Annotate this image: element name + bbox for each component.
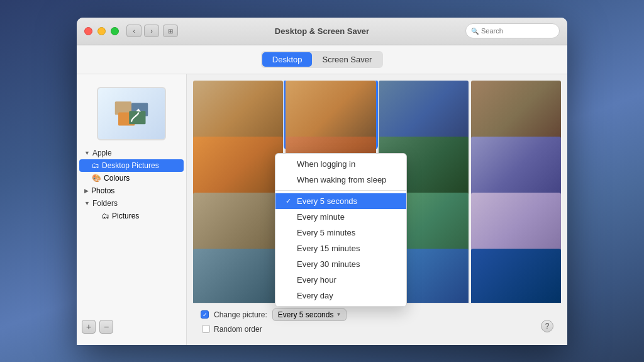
dropdown-item-label: Every 5 seconds bbox=[297, 196, 357, 206]
tab-screensaver[interactable]: Screen Saver bbox=[312, 52, 382, 67]
tab-desktop[interactable]: Desktop bbox=[262, 52, 313, 67]
svg-rect-3 bbox=[129, 111, 145, 124]
table-row[interactable] bbox=[471, 249, 561, 302]
random-order-row: Random order bbox=[201, 325, 553, 334]
dropdown-item-waking[interactable]: When waking from sleep bbox=[275, 172, 406, 188]
desktop-pictures-icon: 🗂 bbox=[92, 161, 99, 170]
dropdown-item-1min[interactable]: Every minute bbox=[275, 209, 406, 225]
sidebar-item-desktop-pictures[interactable]: 🗂 Desktop Pictures bbox=[79, 159, 184, 172]
tab-group: Desktop Screen Saver bbox=[261, 51, 383, 68]
desktop-pictures-label: Desktop Pictures bbox=[102, 161, 159, 170]
back-button[interactable]: ‹ bbox=[126, 25, 142, 37]
sidebar-tree: ▼ Apple 🗂 Desktop Pictures 🎨 Colours ▶ P… bbox=[77, 147, 186, 315]
main-window: ‹ › ⊞ Desktop & Screen Saver 🔍 Desktop S… bbox=[77, 18, 567, 345]
add-source-button[interactable]: + bbox=[82, 320, 96, 334]
dropdown-section-1: When logging in When waking from sleep bbox=[275, 154, 406, 191]
dropdown-item-5min[interactable]: Every 5 minutes bbox=[275, 225, 406, 240]
grid-button[interactable]: ⊞ bbox=[163, 25, 178, 37]
window-title: Desktop & Screen Saver bbox=[275, 26, 369, 36]
photos-label: Photos bbox=[91, 186, 114, 195]
colours-label: Colours bbox=[104, 174, 130, 183]
apple-arrow: ▼ bbox=[84, 150, 90, 156]
remove-source-button[interactable]: − bbox=[99, 320, 113, 334]
dropdown-item-label: Every 5 minutes bbox=[297, 228, 355, 237]
pictures-icon: 🗂 bbox=[102, 212, 109, 220]
close-button[interactable] bbox=[84, 27, 92, 35]
dropdown-item-label: When logging in bbox=[297, 159, 355, 169]
change-picture-checkbox[interactable]: ✓ bbox=[201, 310, 209, 319]
interval-dropdown-menu[interactable]: When logging in When waking from sleep ✓… bbox=[275, 153, 407, 307]
sidebar: ▼ Apple 🗂 Desktop Pictures 🎨 Colours ▶ P… bbox=[77, 74, 187, 345]
preview-icon bbox=[113, 94, 150, 132]
dropdown-item-label: Every day bbox=[297, 291, 333, 300]
chevron-down-icon: ▼ bbox=[336, 312, 341, 317]
sidebar-item-folders[interactable]: ▼ Folders bbox=[79, 197, 184, 210]
sidebar-item-pictures[interactable]: 🗂 Pictures bbox=[79, 210, 184, 222]
folders-label: Folders bbox=[92, 199, 118, 208]
toolbar: Desktop Screen Saver bbox=[77, 45, 567, 74]
sidebar-item-photos[interactable]: ▶ Photos bbox=[79, 184, 184, 197]
bottom-controls: ✓ Change picture: Every 5 seconds ▼ Rand… bbox=[193, 303, 561, 339]
dropdown-item-1hour[interactable]: Every hour bbox=[275, 272, 406, 288]
search-input[interactable] bbox=[481, 27, 550, 35]
photos-arrow: ▶ bbox=[84, 188, 89, 194]
help-button[interactable]: ? bbox=[541, 320, 553, 332]
dropdown-item-label: Every 30 minutes bbox=[297, 259, 360, 269]
interval-dropdown-button[interactable]: Every 5 seconds ▼ bbox=[272, 308, 347, 321]
search-icon: 🔍 bbox=[471, 28, 479, 35]
dropdown-item-30min[interactable]: Every 30 minutes bbox=[275, 256, 406, 272]
change-picture-row: ✓ Change picture: Every 5 seconds ▼ bbox=[201, 308, 553, 321]
preview-area bbox=[77, 81, 186, 147]
apple-label: Apple bbox=[92, 149, 112, 157]
dropdown-item-15min[interactable]: Every 15 minutes bbox=[275, 240, 406, 256]
dropdown-item-label: Every hour bbox=[297, 275, 336, 285]
folders-arrow: ▼ bbox=[84, 200, 90, 206]
pictures-label: Pictures bbox=[112, 212, 139, 220]
sidebar-item-apple[interactable]: ▼ Apple bbox=[79, 147, 184, 159]
table-row[interactable] bbox=[193, 249, 283, 302]
photos-panel: ✓ Change picture: Every 5 seconds ▼ Rand… bbox=[187, 74, 567, 345]
dropdown-item-label: When waking from sleep bbox=[297, 175, 386, 184]
check-icon: ✓ bbox=[286, 197, 293, 205]
forward-button[interactable]: › bbox=[144, 25, 159, 37]
maximize-button[interactable] bbox=[111, 27, 119, 35]
sidebar-bottom: + − bbox=[77, 315, 186, 339]
main-content: ▼ Apple 🗂 Desktop Pictures 🎨 Colours ▶ P… bbox=[77, 74, 567, 345]
dropdown-item-logging-in[interactable]: When logging in bbox=[275, 156, 406, 172]
colours-icon: 🎨 bbox=[92, 174, 101, 183]
traffic-lights bbox=[84, 27, 119, 35]
search-bar[interactable]: 🔍 bbox=[465, 23, 560, 38]
random-order-checkbox[interactable] bbox=[202, 325, 210, 333]
sidebar-item-colours[interactable]: 🎨 Colours bbox=[79, 172, 184, 184]
dropdown-item-label: Every 15 minutes bbox=[297, 244, 360, 253]
dropdown-item-label: Every minute bbox=[297, 212, 345, 222]
nav-buttons: ‹ › bbox=[126, 25, 159, 37]
interval-value: Every 5 seconds bbox=[278, 310, 334, 319]
dropdown-item-5sec[interactable]: ✓ Every 5 seconds bbox=[275, 193, 406, 209]
dropdown-section-2: ✓ Every 5 seconds Every minute Every 5 m… bbox=[275, 191, 406, 307]
change-picture-label: Change picture: bbox=[214, 310, 267, 319]
random-order-label: Random order bbox=[214, 325, 262, 334]
dropdown-item-1day[interactable]: Every day bbox=[275, 288, 406, 303]
preview-box bbox=[97, 87, 166, 140]
title-bar: ‹ › ⊞ Desktop & Screen Saver 🔍 bbox=[77, 18, 567, 45]
minimize-button[interactable] bbox=[97, 27, 106, 35]
